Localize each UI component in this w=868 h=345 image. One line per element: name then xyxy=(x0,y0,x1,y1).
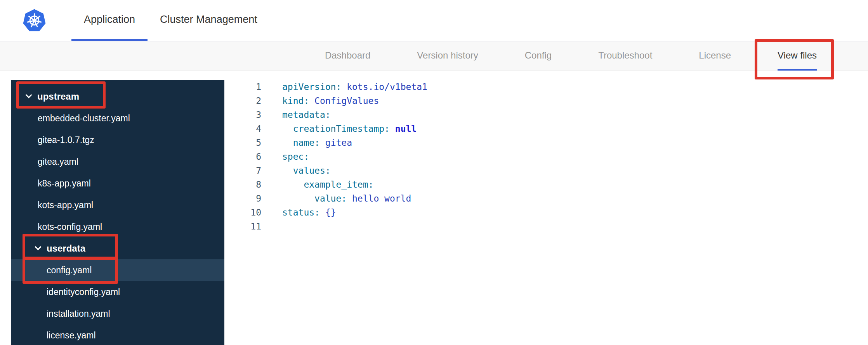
tree-item-label: license.yaml xyxy=(47,330,96,341)
code-text: example_item: xyxy=(282,178,373,191)
nav-tab-dashboard[interactable]: Dashboard xyxy=(325,41,370,71)
primary-tabs: ApplicationCluster Management xyxy=(71,0,270,41)
line-number: 9 xyxy=(224,191,261,205)
tree-item-license-yaml[interactable]: license.yaml xyxy=(11,324,224,345)
kubernetes-logo xyxy=(0,0,71,41)
tree-item-gitea-1-0-7-tgz[interactable]: gitea-1.0.7.tgz xyxy=(11,129,224,151)
token-value: kots.io/v1beta1 xyxy=(341,82,427,92)
tab-application[interactable]: Application xyxy=(71,0,148,41)
code-text: name: gitea xyxy=(282,136,352,150)
nav-tab-license[interactable]: License xyxy=(699,41,731,71)
file-tree: upstreamembedded-cluster.yamlgitea-1.0.7… xyxy=(11,80,224,345)
line-number: 4 xyxy=(224,122,261,136)
tree-item-label: k8s-app.yaml xyxy=(38,178,91,189)
code-text: values: xyxy=(282,164,331,178)
chevron-down-icon xyxy=(35,244,42,250)
tree-item-label: userdata xyxy=(47,243,85,254)
token-value: hello world xyxy=(347,193,411,204)
tree-item-label: upstream xyxy=(37,91,79,102)
token-key: creationTimestamp: xyxy=(282,124,390,134)
token-key: kind: xyxy=(282,96,309,106)
code-line: 9 value: hello world xyxy=(224,191,868,205)
line-number: 11 xyxy=(224,219,261,233)
code-text: kind: ConfigValues xyxy=(282,94,379,108)
token-key: value: xyxy=(282,193,347,204)
nav-tab-view-files[interactable]: View files xyxy=(778,41,817,71)
tree-item-label: installation.yaml xyxy=(47,309,110,319)
token-key: example_item: xyxy=(282,179,373,190)
line-number: 1 xyxy=(224,80,261,94)
line-number: 10 xyxy=(224,205,261,219)
top-bar: ApplicationCluster Management xyxy=(0,0,868,41)
tree-item-kots-config-yaml[interactable]: kots-config.yaml xyxy=(11,216,224,238)
token-key: metadata: xyxy=(282,110,331,120)
tree-item-userdata[interactable]: userdata xyxy=(11,238,224,259)
code-line: 4 creationTimestamp: null xyxy=(224,122,868,136)
code-line: 2kind: ConfigValues xyxy=(224,94,868,108)
token-value: gitea xyxy=(320,138,352,148)
line-number: 7 xyxy=(224,164,261,178)
token-key: apiVersion: xyxy=(282,82,341,92)
code-text: apiVersion: kots.io/v1beta1 xyxy=(282,80,427,94)
nav-tab-config[interactable]: Config xyxy=(525,41,552,71)
code-line: 1apiVersion: kots.io/v1beta1 xyxy=(224,80,868,94)
tree-item-label: embedded-cluster.yaml xyxy=(38,113,130,124)
line-number: 2 xyxy=(224,94,261,108)
tree-item-label: kots-config.yaml xyxy=(38,222,102,232)
token-key: status: xyxy=(282,207,320,217)
nav-tab-troubleshoot[interactable]: Troubleshoot xyxy=(598,41,652,71)
file-viewer: 1apiVersion: kots.io/v1beta12kind: Confi… xyxy=(224,71,868,345)
chevron-down-icon xyxy=(26,92,32,98)
tree-item-gitea-yaml[interactable]: gitea.yaml xyxy=(11,151,224,172)
tree-item-k8s-app-yaml[interactable]: k8s-app.yaml xyxy=(11,172,224,194)
code-text: metadata: xyxy=(282,108,331,122)
tree-item-installation-yaml[interactable]: installation.yaml xyxy=(11,303,224,324)
tab-cluster-management[interactable]: Cluster Management xyxy=(148,0,270,41)
code-text: status: {} xyxy=(282,205,336,219)
token-key: values: xyxy=(282,166,331,176)
line-number: 8 xyxy=(224,178,261,191)
line-number: 5 xyxy=(224,136,261,150)
code-line: 10status: {} xyxy=(224,205,868,219)
line-number: 6 xyxy=(224,150,261,164)
line-number: 3 xyxy=(224,108,261,122)
token-key: name: xyxy=(282,138,320,148)
code-line: 5 name: gitea xyxy=(224,136,868,150)
code-line: 7 values: xyxy=(224,164,868,178)
token-value: {} xyxy=(320,207,336,217)
nav-tab-version-history[interactable]: Version history xyxy=(417,41,478,71)
kubernetes-logo-icon xyxy=(22,8,47,33)
tree-item-identityconfig-yaml[interactable]: identityconfig.yaml xyxy=(11,281,224,303)
tree-item-label: config.yaml xyxy=(47,265,92,276)
secondary-nav: DashboardVersion historyConfigTroublesho… xyxy=(0,41,868,71)
token-keyword: null xyxy=(390,124,417,134)
code-lines: 1apiVersion: kots.io/v1beta12kind: Confi… xyxy=(224,80,868,233)
tree-item-label: gitea.yaml xyxy=(38,157,78,167)
tree-item-upstream[interactable]: upstream xyxy=(11,86,224,107)
token-key: spec: xyxy=(282,152,309,162)
code-text: creationTimestamp: null xyxy=(282,122,417,136)
tree-item-kots-app-yaml[interactable]: kots-app.yaml xyxy=(11,194,224,216)
code-line: 3metadata: xyxy=(224,108,868,122)
tree-item-label: kots-app.yaml xyxy=(38,200,93,210)
tree-item-label: identityconfig.yaml xyxy=(47,287,120,297)
code-line: 8 example_item: xyxy=(224,178,868,191)
tree-item-label: gitea-1.0.7.tgz xyxy=(38,135,94,145)
token-value: ConfigValues xyxy=(309,96,379,106)
code-text: spec: xyxy=(282,150,309,164)
code-line: 11 xyxy=(224,219,868,233)
code-line: 6spec: xyxy=(224,150,868,164)
tree-item-embedded-cluster-yaml[interactable]: embedded-cluster.yaml xyxy=(11,107,224,129)
tree-item-config-yaml[interactable]: config.yaml xyxy=(11,259,224,281)
code-text: value: hello world xyxy=(282,191,411,205)
